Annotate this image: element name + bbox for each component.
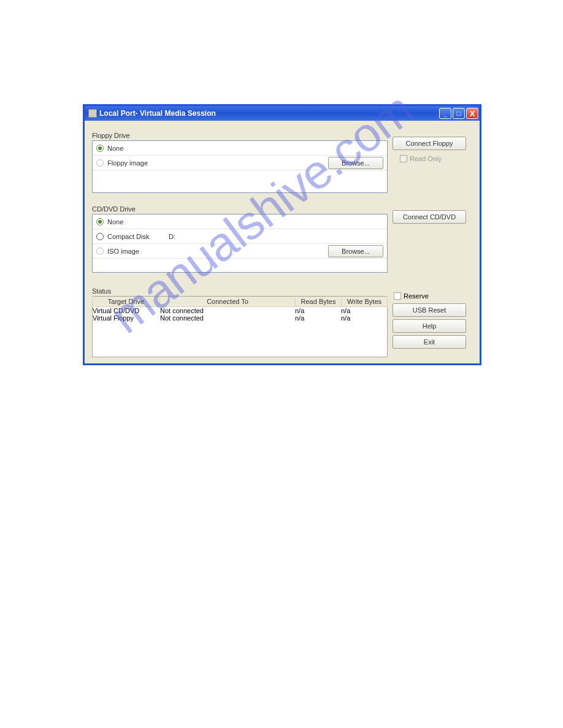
floppy-image-row[interactable]: Floppy image Browse...: [93, 156, 387, 170]
cddvd-compact-drive: D:: [169, 233, 236, 240]
cddvd-compact-label: Compact Disk: [107, 233, 169, 240]
radio-unselected-icon[interactable]: [96, 233, 104, 240]
floppy-image-label: Floppy image: [107, 159, 328, 167]
connect-cddvd-button[interactable]: Connect CD/DVD: [393, 210, 466, 224]
maximize-button[interactable]: □: [453, 108, 465, 119]
cddvd-empty-area: [93, 259, 387, 272]
status-body: Virtual CD/DVD Not connected n/a n/a Vir…: [92, 307, 388, 357]
radio-selected-icon[interactable]: [96, 218, 104, 226]
cddvd-none-label: None: [107, 218, 383, 226]
cell-write: n/a: [341, 307, 387, 314]
reserve-label: Reserve: [404, 292, 429, 300]
readonly-checkbox: [400, 155, 407, 162]
cell-target: Virtual CD/DVD: [93, 307, 160, 314]
cell-connected: Not connected: [160, 314, 295, 322]
readonly-label: Read Only: [410, 155, 442, 162]
floppy-none-row[interactable]: None: [93, 141, 387, 156]
cddvd-iso-row[interactable]: ISO image Browse...: [93, 244, 387, 259]
app-icon: [88, 109, 97, 118]
radio-selected-icon[interactable]: [96, 145, 104, 152]
status-table: Target Drive Connected To Read Bytes Wri…: [92, 296, 388, 307]
table-row[interactable]: Virtual Floppy Not connected n/a n/a: [93, 314, 387, 322]
table-row[interactable]: Virtual CD/DVD Not connected n/a n/a: [93, 307, 387, 314]
cell-connected: Not connected: [160, 307, 295, 314]
close-button[interactable]: X: [466, 108, 478, 119]
floppy-empty-area: [93, 170, 387, 192]
titlebar[interactable]: Local Port- Virtual Media Session _ □ X: [85, 106, 480, 121]
cddvd-browse-button[interactable]: Browse...: [328, 245, 383, 257]
cddvd-list: None Compact Disk D: ISO image Browse...: [92, 214, 388, 273]
exit-button[interactable]: Exit: [393, 335, 466, 349]
floppy-list: None Floppy image Browse...: [92, 140, 388, 193]
window-content: Floppy Drive None Floppy image Browse...: [85, 121, 480, 363]
reserve-checkbox[interactable]: [394, 292, 401, 300]
connect-floppy-button[interactable]: Connect Floppy: [393, 137, 466, 150]
floppy-browse-button[interactable]: Browse...: [328, 157, 383, 169]
cddvd-section-label: CD/DVD Drive: [92, 205, 388, 213]
dialog-window: Local Port- Virtual Media Session _ □ X …: [83, 104, 481, 365]
cell-target: Virtual Floppy: [93, 314, 160, 322]
cddvd-compact-row[interactable]: Compact Disk D:: [93, 229, 387, 244]
status-section-label: Status: [92, 287, 388, 295]
col-read-bytes[interactable]: Read Bytes: [296, 297, 342, 307]
window-title: Local Port- Virtual Media Session: [99, 109, 438, 118]
reserve-checkbox-wrap[interactable]: Reserve: [394, 292, 472, 300]
cell-write: n/a: [341, 314, 387, 322]
cell-read: n/a: [295, 307, 341, 314]
cddvd-none-row[interactable]: None: [93, 214, 387, 229]
radio-unselected-icon[interactable]: [96, 159, 104, 167]
col-write-bytes[interactable]: Write Bytes: [342, 297, 388, 307]
minimize-button[interactable]: _: [439, 108, 451, 119]
cell-read: n/a: [295, 314, 341, 322]
col-target-drive[interactable]: Target Drive: [93, 297, 160, 307]
readonly-checkbox-wrap: Read Only: [400, 155, 472, 162]
cddvd-iso-label: ISO image: [107, 248, 328, 255]
floppy-section-label: Floppy Drive: [92, 132, 388, 139]
col-connected-to[interactable]: Connected To: [160, 297, 296, 307]
radio-unselected-icon[interactable]: [96, 248, 104, 255]
floppy-none-label: None: [107, 145, 383, 152]
usb-reset-button[interactable]: USB Reset: [393, 303, 466, 317]
help-button[interactable]: Help: [393, 319, 466, 333]
